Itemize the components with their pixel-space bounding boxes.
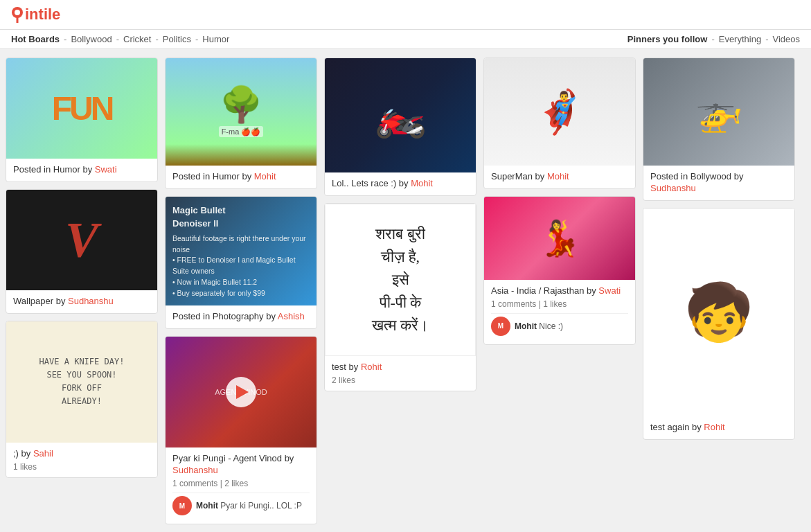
card-bike-image: 🏍️ (325, 58, 476, 172)
card-hindi-image: शराब बुरीचीज़ है,इसेपी-पी केखत्म करें। (325, 204, 476, 356)
card-heli[interactable]: 🚁 Posted in Bollywood by Sudhanshu (643, 57, 795, 201)
column-5: 🚁 Posted in Bollywood by Sudhanshu 🧒 tes… (643, 57, 795, 440)
card-bike-author[interactable]: Mohit (411, 178, 433, 188)
card-heli-author[interactable]: Sudhanshu (650, 183, 696, 193)
card-agent-author[interactable]: Sudhanshu (172, 465, 218, 475)
card-wallpaper-image: V (6, 190, 157, 290)
card-heli-title: Posted in Bollywood by Sudhanshu (650, 171, 787, 195)
card-plugin[interactable]: Magic BulletDenoiser II Beautiful footag… (165, 196, 317, 329)
card-rajasthan-meta: 1 comments | 1 likes (491, 299, 628, 309)
main-grid: FUN Posted in Humor by Swati V Wallpaper… (0, 49, 811, 532)
header: intile (0, 0, 811, 30)
card-fun[interactable]: FUN Posted in Humor by Swati (6, 57, 158, 182)
card-agent-commenter-avatar: M (172, 496, 192, 515)
card-mowgli[interactable]: 🧒 test again by Rohit (643, 208, 795, 440)
column-4: 🦸‍♂️ SuperMan by Mohit 💃 Asia - India / … (483, 57, 636, 345)
card-rajasthan-image: 💃 (484, 197, 635, 280)
card-knife[interactable]: HAVE A KNIFE DAY!SEE YOU SPOON!FORK OFFA… (6, 321, 158, 478)
svg-point-1 (15, 10, 20, 15)
card-rajasthan-comment-text: Mohit Nice :) (515, 321, 563, 331)
nav-cricket[interactable]: Cricket (123, 34, 151, 44)
card-agent-image-wrap: AGENT VINOD (166, 337, 317, 447)
card-superman-body: SuperMan by Mohit (484, 166, 635, 188)
card-wallpaper-body: Wallpaper by Sudhanshu (6, 290, 157, 313)
nav-left: Hot Boards - Bollywood - Cricket - Polit… (11, 34, 229, 44)
column-3: 🏍️ Lol.. Lets race :) by Mohit शराब बुरी… (324, 57, 476, 391)
card-rajasthan-commenter-avatar: M (491, 317, 510, 336)
card-knife-image: HAVE A KNIFE DAY!SEE YOU SPOON!FORK OFFA… (6, 321, 157, 443)
nav-politics[interactable]: Politics (163, 34, 191, 44)
play-button[interactable] (226, 377, 256, 407)
card-bike-title: Lol.. Lets race :) by Mohit (332, 178, 469, 190)
card-mowgli-title: test again by Rohit (650, 422, 787, 434)
nav-everything[interactable]: Everything (719, 34, 761, 44)
card-plugin-image: Magic BulletDenoiser II Beautiful footag… (166, 197, 317, 306)
card-rajasthan-author[interactable]: Swati (598, 285, 621, 296)
card-agent-comment: M Mohit Pyar ki Pungi.. LOL :P (172, 493, 310, 518)
card-heli-image: 🚁 (643, 58, 794, 166)
card-tree-image: 🌳 F-ma 🍎🍎 (166, 58, 317, 166)
card-agent-title: Pyar ki Pungi - Agent Vinod by Sudhanshu (172, 453, 310, 477)
card-superman-author[interactable]: Mohit (547, 171, 569, 181)
card-wallpaper[interactable]: V Wallpaper by Sudhanshu (6, 189, 158, 314)
card-fun-title: Posted in Humor by Swati (13, 164, 150, 176)
card-rajasthan-commenter-name: Mohit (515, 321, 537, 331)
card-rajasthan[interactable]: 💃 Asia - India / Rajasthan by Swati 1 co… (483, 196, 636, 345)
card-agent[interactable]: AGENT VINOD Pyar ki Pungi - Agent Vinod … (165, 336, 317, 524)
card-mowgli-body: test again by Rohit (643, 416, 794, 439)
card-tree-title: Posted in Humor by Mohit (172, 171, 310, 183)
column-2: 🌳 F-ma 🍎🍎 Posted in Humor by Mohit Magic… (165, 57, 317, 524)
logo-text: intile (25, 6, 60, 24)
hot-boards-label: Hot Boards (11, 34, 60, 44)
card-fun-author[interactable]: Swati (95, 164, 117, 175)
card-hindi[interactable]: शराब बुरीचीज़ है,इसेपी-पी केखत्म करें। t… (324, 203, 476, 391)
card-agent-commenter-name: Mohit (196, 501, 218, 511)
card-agent-comment-text: Mohit Pyar ki Pungi.. LOL :P (196, 501, 302, 511)
card-hindi-title: test by Rohit (332, 362, 469, 373)
card-rajasthan-comment: M Mohit Nice :) (491, 313, 628, 339)
nav-bar: Hot Boards - Bollywood - Cricket - Polit… (0, 30, 811, 49)
card-wallpaper-title: Wallpaper by Sudhanshu (13, 296, 150, 308)
card-hindi-author[interactable]: Rohit (361, 362, 382, 372)
card-superman-image: 🦸‍♂️ (484, 58, 635, 166)
logo-pin-icon (11, 6, 24, 23)
card-tree[interactable]: 🌳 F-ma 🍎🍎 Posted in Humor by Mohit (165, 57, 317, 189)
play-triangle-icon (236, 385, 249, 399)
column-1: FUN Posted in Humor by Swati V Wallpaper… (6, 57, 158, 478)
nav-videos[interactable]: Videos (772, 34, 800, 44)
card-superman[interactable]: 🦸‍♂️ SuperMan by Mohit (483, 57, 636, 189)
card-agent-meta: 1 comments | 2 likes (172, 479, 310, 488)
card-bike[interactable]: 🏍️ Lol.. Lets race :) by Mohit (324, 57, 476, 196)
card-hindi-body: test by Rohit 2 likes (325, 356, 476, 391)
nav-right: Pinners you follow - Everything - Videos (627, 34, 800, 44)
card-rajasthan-title: Asia - India / Rajasthan by Swati (491, 285, 628, 297)
card-knife-meta: 1 likes (13, 462, 150, 472)
card-rajasthan-body: Asia - India / Rajasthan by Swati 1 comm… (484, 280, 635, 344)
pinners-label: Pinners you follow (627, 34, 708, 44)
svg-rect-2 (17, 17, 19, 23)
logo[interactable]: intile (11, 6, 60, 24)
card-wallpaper-author[interactable]: Sudhanshu (68, 296, 114, 306)
card-tree-body: Posted in Humor by Mohit (166, 166, 317, 188)
nav-bollywood[interactable]: Bollywood (71, 34, 112, 44)
card-knife-title: ;) by Sahil (13, 448, 150, 460)
card-tree-author[interactable]: Mohit (254, 171, 276, 181)
card-hindi-meta: 2 likes (332, 375, 469, 385)
card-fun-body: Posted in Humor by Swati (6, 159, 157, 181)
card-agent-body: Pyar ki Pungi - Agent Vinod by Sudhanshu… (166, 447, 317, 524)
card-knife-body: ;) by Sahil 1 likes (6, 443, 157, 477)
card-plugin-body: Posted in Photography by Ashish (166, 305, 317, 328)
card-plugin-title: Posted in Photography by Ashish (172, 311, 310, 323)
card-heli-body: Posted in Bollywood by Sudhanshu (643, 166, 794, 200)
nav-humor[interactable]: Humor (202, 34, 229, 44)
card-mowgli-author[interactable]: Rohit (704, 422, 724, 432)
card-plugin-author[interactable]: Ashish (278, 311, 305, 321)
card-superman-title: SuperMan by Mohit (491, 171, 628, 183)
card-bike-body: Lol.. Lets race :) by Mohit (325, 172, 476, 195)
card-mowgli-image: 🧒 (643, 209, 794, 416)
card-fun-image: FUN (6, 58, 157, 159)
card-knife-author[interactable]: Sahil (33, 448, 53, 459)
